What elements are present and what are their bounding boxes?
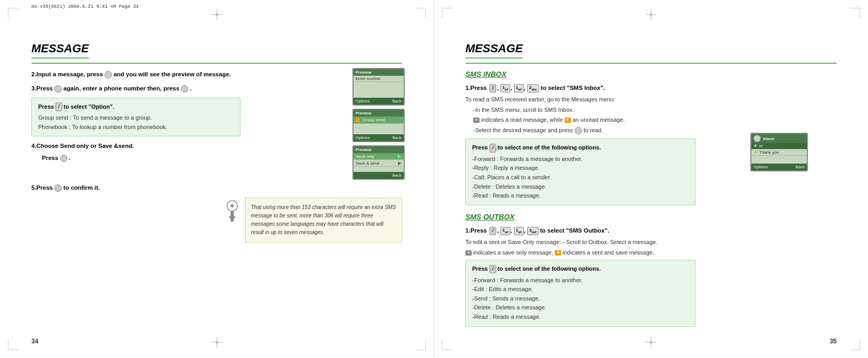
outbox-info-l5: -Read : Reads a message. (472, 313, 689, 322)
crosshair-top (212, 9, 222, 21)
page-container: mx-v30(0621) 2004.6.21 9:41 AM Page 34 M… (0, 0, 868, 358)
right-page: MESSAGE SMS INBOX 1.Press /, 1a#, 1a#, 2… (434, 0, 868, 358)
inbox-row2: 👁 Thank you (751, 149, 807, 156)
ps2-footer: Options Back (353, 134, 404, 141)
left-crosshair-bottom (212, 337, 222, 349)
circle-btn-step3a (54, 85, 62, 93)
circle-btn-step2 (105, 71, 112, 78)
send-indicator (356, 118, 360, 122)
corner-tr (415, 8, 426, 18)
unread-icon: 👁 (565, 118, 571, 123)
note-container: That using more than 153 characters will… (31, 198, 402, 242)
sms-outbox-subtitle: SMS OUTBOX (465, 213, 837, 221)
step4b-text: Press . (42, 154, 402, 163)
svg-point-4 (231, 204, 234, 207)
note-text: That using more than 153 characters will… (245, 198, 402, 242)
right-corner-tr (850, 8, 860, 18)
header-meta: mx-v30(0621) 2004.6.21 9:41 AM Page 34 (31, 4, 139, 9)
note-icon (224, 200, 240, 227)
circle-btn-inbox (575, 127, 582, 134)
key-1b: 1a# (514, 84, 524, 93)
ps3-footer: Back (353, 172, 404, 179)
phone-mockups-left: Preview Enter number Options Back Previe… (352, 68, 405, 182)
key-2: 2abc (527, 84, 539, 93)
info-box-1-line1: Group send : To send a message to a grou… (38, 113, 234, 123)
right-corner-bl (442, 340, 452, 350)
ps2-row1: Group send (353, 117, 404, 124)
out-key-3: 3def (527, 227, 538, 235)
inbox-row1: 👁 hi (751, 143, 807, 149)
right-corner-tl (442, 8, 452, 18)
outbox-info-l3: -Send : Sends a message. (472, 294, 689, 304)
ps1-footer: Options Back (353, 98, 404, 105)
sent-save-icon: 👁 (555, 250, 561, 256)
circle-btn-step4 (60, 155, 67, 162)
step5-text: 5.Press to confirm it. (31, 183, 402, 192)
right-crosshair-bottom (646, 337, 656, 349)
info-box-1: Press / to select "Option". Group send :… (31, 98, 241, 137)
inbox-body2: -In the SMS menu, scroll to SMS Inbox. (473, 106, 837, 114)
inbox-info-l3: -Call: Places a call to a sender. (472, 173, 689, 182)
phone-mockup-inbox: Inbox 👁 hi 👁 Thank you Options Back (750, 133, 808, 174)
ps2-header: Preview (353, 110, 404, 117)
inbox-info-l2: -Reply : Reply a message. (472, 164, 689, 173)
inbox-phone-screen: Inbox 👁 hi 👁 Thank you Options Back (750, 133, 808, 171)
right-green-divider (465, 63, 837, 64)
step2-text: 2.Input a message, press and you will se… (31, 70, 402, 79)
out-key-1b: 1a# (514, 227, 524, 235)
sms-outbox-section: SMS OUTBOX 1.Press /, 1a#, 1a#, 3def to … (465, 213, 837, 327)
ps3-row2: Save & send ▶ (353, 160, 404, 167)
outbox-body2: 👁 indicates a save only message, 👁 indic… (465, 248, 837, 257)
avatar-icon (753, 135, 761, 142)
phone-screen-3: Preview Send only ▶ Save & send ▶ Back (352, 145, 405, 180)
outbox-info-l2: -Edit : Edits a message. (472, 285, 689, 294)
ps3-header: Preview (353, 146, 404, 153)
outbox-option-btn: / (489, 265, 496, 273)
circle-btn-step3b (181, 85, 188, 93)
inbox-screen-footer: Options Back (751, 164, 807, 170)
inbox-btn-icon: / (489, 84, 496, 93)
outbox-btn-icon: / (489, 227, 496, 235)
phone-screen-1: Preview Enter number Options Back (352, 68, 405, 106)
outbox-step1: 1.Press /, 1a#, 1a#, 3def to select "SMS… (465, 226, 837, 235)
corner-tl (8, 8, 18, 18)
outbox-info-title: Press / to select one of the following o… (472, 264, 689, 274)
step4-text: 4.Choose Send only or Save &send. (31, 142, 402, 151)
inbox-step1: 1.Press /, 1a#, 1a#, 2abc to select "SMS… (465, 84, 837, 93)
left-page-number: 34 (31, 338, 38, 345)
corner-bl (8, 340, 18, 350)
outbox-info-box: Press / to select one of the following o… (465, 260, 695, 327)
ps1-header: Preview (353, 69, 404, 76)
right-page-number: 35 (830, 338, 837, 345)
circle-btn-step5 (54, 184, 62, 192)
right-crosshair-top (646, 9, 656, 21)
inbox-info-box: Press / to select one of the following o… (465, 138, 695, 205)
sms-inbox-subtitle: SMS INBOX (465, 70, 837, 78)
phone-screen-2: Preview Group send Options Back (352, 109, 405, 142)
outbox-body1: To edit a sent or Save Only message: - S… (465, 238, 837, 247)
right-corner-br (850, 340, 860, 350)
right-page-title: MESSAGE (465, 42, 523, 59)
step3-text: 3.Press again, enter a phone number then… (31, 84, 402, 93)
sms-inbox-section: SMS INBOX 1.Press /, 1a#, 1a#, 2abc to s… (465, 70, 837, 205)
ps1-row1: Enter number (353, 76, 404, 82)
left-green-divider (31, 63, 402, 64)
outbox-info-l4: -Delete : Deletes a message. (472, 303, 689, 313)
left-page: mx-v30(0621) 2004.6.21 9:41 AM Page 34 M… (0, 0, 434, 358)
left-page-title: MESSAGE (31, 42, 89, 59)
option-btn-icon: / (55, 102, 62, 111)
read-icon: 👁 (473, 118, 479, 123)
inbox-body1: To read a SMS received earlier, go to th… (465, 95, 837, 104)
save-only-icon: 👁 (465, 250, 472, 256)
outbox-info-l1: -Forward : Forwards a message to another… (472, 276, 689, 285)
inbox-option-btn: / (489, 144, 496, 152)
inbox-info-title: Press / to select one of the following o… (472, 143, 689, 153)
inbox-body3: 👁 indicates a read message, while 👁 an u… (473, 116, 837, 124)
corner-br (415, 340, 426, 350)
info-box-1-line2: Phonebook : To lookup a number from phon… (38, 123, 234, 132)
key-1a: 1a# (500, 84, 510, 93)
inbox-info-l4: -Delete : Deletes a message. (472, 182, 689, 192)
inbox-info-l1: -Forward : Forwards a message to another… (472, 155, 689, 164)
ps3-row1: Send only ▶ (353, 153, 404, 160)
note-box: That using more than 153 characters will… (224, 198, 402, 242)
